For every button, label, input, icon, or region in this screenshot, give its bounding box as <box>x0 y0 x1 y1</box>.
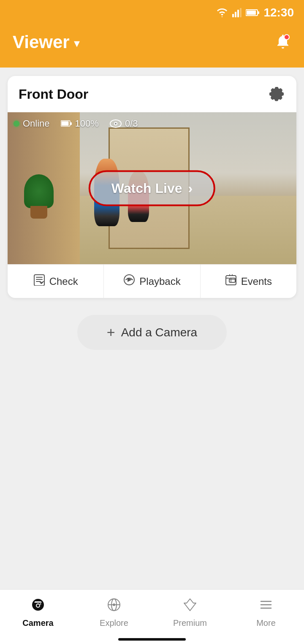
battery-icon <box>246 9 259 16</box>
svg-point-19 <box>40 603 41 605</box>
svg-rect-5 <box>247 11 256 15</box>
app-bar-title: Viewer <box>13 32 70 52</box>
nav-item-more[interactable]: More <box>228 590 304 636</box>
check-icon <box>33 274 45 289</box>
playback-icon <box>123 274 135 289</box>
main-content: Front Door <box>0 68 304 599</box>
plant-leaves <box>24 174 54 208</box>
status-icons: 12:30 <box>216 6 294 19</box>
add-camera-label: Add a Camera <box>121 326 198 339</box>
app-bar: Viewer ▾ <box>0 25 304 68</box>
camera-preview: Online 100% 0/3 <box>8 112 296 264</box>
home-indicator <box>118 638 186 641</box>
online-dot <box>14 121 19 127</box>
explore-nav-icon <box>106 597 122 616</box>
camera-name: Front Door <box>19 87 88 102</box>
camera-nav-icon <box>30 597 46 616</box>
watch-live-button[interactable]: Watch Live › <box>89 170 215 206</box>
svg-rect-3 <box>240 8 242 17</box>
svg-point-18 <box>37 604 39 607</box>
check-label: Check <box>49 276 78 287</box>
svg-point-7 <box>284 35 289 40</box>
more-nav-icon <box>258 597 274 616</box>
camera-viewers-status: 0/3 <box>110 118 138 129</box>
viewer-dropdown-arrow[interactable]: ▾ <box>74 36 80 50</box>
svg-rect-1 <box>235 12 236 17</box>
events-icon <box>225 274 237 289</box>
bottom-navigation: Camera Explore Premium <box>0 589 304 644</box>
nav-item-explore[interactable]: Explore <box>76 590 152 636</box>
camera-nav-label: Camera <box>22 618 53 628</box>
explore-nav-label: Explore <box>100 618 128 628</box>
watch-live-arrow: › <box>188 181 193 196</box>
svg-rect-2 <box>237 10 239 17</box>
camera-card: Front Door <box>8 76 296 298</box>
svg-rect-6 <box>258 11 259 14</box>
events-label: Events <box>241 276 272 287</box>
events-button[interactable]: Events <box>201 265 296 298</box>
camera-battery-status: 100% <box>61 118 99 129</box>
camera-card-header: Front Door <box>8 76 296 112</box>
wifi-icon <box>216 8 228 17</box>
plant-pot <box>30 206 47 219</box>
watch-live-container: Watch Live › <box>89 170 215 206</box>
svg-rect-10 <box>70 122 72 125</box>
notification-bell[interactable] <box>274 33 291 51</box>
settings-button[interactable] <box>269 85 285 103</box>
nav-item-camera[interactable]: Camera <box>0 590 76 636</box>
svg-rect-0 <box>232 14 234 17</box>
svg-rect-14 <box>34 275 44 286</box>
premium-nav-label: Premium <box>173 618 207 628</box>
camera-actions: Check Playback <box>8 264 296 298</box>
svg-rect-17 <box>229 278 235 282</box>
status-bar: 12:30 <box>0 0 304 25</box>
status-time: 12:30 <box>263 6 294 19</box>
playback-button[interactable]: Playback <box>104 265 200 298</box>
svg-point-13 <box>115 123 117 124</box>
svg-rect-9 <box>61 122 68 126</box>
app-bar-title-container[interactable]: Viewer ▾ <box>13 32 80 52</box>
scene-plant <box>22 168 56 219</box>
watch-live-label: Watch Live <box>111 181 182 196</box>
add-camera-plus-icon: + <box>107 324 115 341</box>
add-camera-container: + Add a Camera <box>8 298 296 367</box>
nav-item-premium[interactable]: Premium <box>152 590 228 636</box>
signal-icon <box>232 8 242 17</box>
add-camera-button[interactable]: + Add a Camera <box>77 315 227 350</box>
check-button[interactable]: Check <box>8 265 104 298</box>
camera-status-bar: Online 100% 0/3 <box>14 118 290 129</box>
more-nav-label: More <box>256 618 276 628</box>
playback-label: Playback <box>139 276 180 287</box>
camera-online-status: Online <box>14 118 50 129</box>
premium-nav-icon <box>182 597 198 616</box>
